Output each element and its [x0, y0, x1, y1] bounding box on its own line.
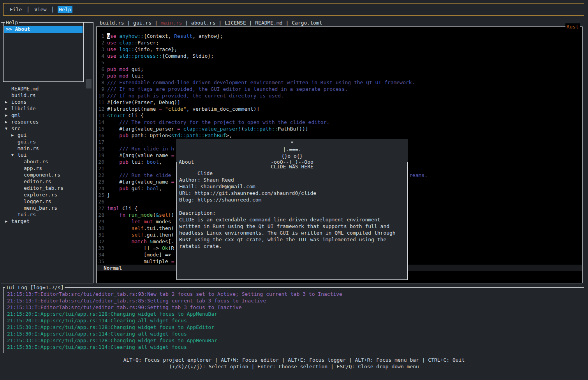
- log-entry: 21:15:13:T:EditorTab:src/tui/editor_tab.…: [7, 304, 584, 311]
- tree-indent: [18, 198, 24, 205]
- tab-separator: |: [215, 20, 224, 26]
- tree-item-label: main.rs: [18, 145, 39, 151]
- tree-item-label: logger.rs: [24, 198, 51, 204]
- tree-item-app-rs[interactable]: app.rs: [1, 165, 93, 171]
- line-number: 12: [98, 106, 104, 112]
- tree-item-editor-tab-rs[interactable]: editor_tab.rs: [1, 185, 93, 191]
- tree-indent: [11, 145, 18, 152]
- log-panel: Tui Log [log=1.7/s] 21:15:13:T:EditorTab…: [3, 287, 584, 353]
- about-body-line: [179, 170, 407, 177]
- log-entry: 21:15:30:I:App:src/tui/app.rs:128:Changi…: [7, 324, 584, 331]
- code-line-1: 1use anyhow::{Context, Result, anyhow};: [97, 33, 582, 39]
- code-line-3: 3use log::{info, trace};: [97, 46, 582, 53]
- about-header-row: Clide CLIDE WAS HERE: [177, 163, 407, 170]
- tree-item-readme-md[interactable]: README.md: [1, 85, 93, 92]
- tree-item-label: target: [11, 218, 30, 224]
- tab-separator: |: [283, 20, 292, 26]
- chevron-collapsed-icon[interactable]: ▶: [11, 132, 18, 138]
- line-number: 3: [98, 46, 104, 53]
- tree-item-about-rs[interactable]: about.rs: [1, 158, 93, 165]
- tab-build-rs[interactable]: build.rs: [100, 20, 124, 26]
- chevron-collapsed-icon[interactable]: ▶: [5, 118, 11, 125]
- tree-item-label: libclide: [11, 106, 36, 111]
- tree-item-libclide[interactable]: ▶libclide: [1, 105, 93, 112]
- about-body-line: CLIDE is an extendable command-line driv…: [179, 216, 407, 223]
- chevron-expanded-icon[interactable]: ▼: [11, 152, 18, 158]
- line-number: 10: [98, 92, 104, 99]
- tree-item-target[interactable]: ▶target: [1, 218, 93, 224]
- code-line-16: 16 pub path: Option<std::path::PathBuf>,: [97, 132, 582, 139]
- menu-separator: │: [51, 6, 54, 13]
- log-entry: 21:15:20:I:App:src/tui/app.rs:128:Changi…: [7, 311, 584, 317]
- tree-item-resources[interactable]: ▶resources: [1, 118, 93, 125]
- tree-item-build-rs[interactable]: build.rs: [1, 92, 93, 99]
- tree-item-logger-rs[interactable]: logger.rs: [1, 198, 93, 205]
- chevron-collapsed-icon[interactable]: ▶: [5, 218, 11, 224]
- code-line-5: 5: [97, 59, 582, 66]
- about-body-line: ratatui crate.: [179, 243, 407, 249]
- help-dropdown-menu: Help >> About: [3, 22, 84, 82]
- chevron-collapsed-icon[interactable]: ▶: [5, 112, 11, 118]
- about-body: Author: Shaun ReedEmail: shaunrd0@gmail.…: [177, 170, 407, 249]
- chevron-collapsed-icon[interactable]: ▶: [5, 99, 11, 105]
- tree-item-explorer-rs[interactable]: explorer.rs: [1, 191, 93, 198]
- tree-item-tui[interactable]: ▼tui: [1, 152, 93, 158]
- tree-item-label: component.rs: [24, 172, 60, 178]
- tab-main-rs[interactable]: main.rs: [161, 20, 182, 26]
- line-number: 35: [98, 258, 104, 265]
- clipped-comment-fragment: reams.: [409, 172, 428, 179]
- about-body-line: Rust using the cxx-qt crate, while the T…: [179, 236, 407, 243]
- line-number: 33: [98, 245, 104, 251]
- code-line-13: 13struct Cli {: [97, 112, 582, 119]
- tree-item-tui-rs[interactable]: tui.rs: [1, 211, 93, 218]
- code-line-6: 6pub mod gui;: [97, 66, 582, 72]
- editor-tab-bar: build.rs | gui.rs | main.rs | about.rs |…: [100, 19, 322, 26]
- menu-item-file[interactable]: File: [9, 6, 23, 13]
- tree-item-menu-bar-rs[interactable]: menu_bar.rs: [1, 205, 93, 211]
- tab-separator: |: [151, 20, 160, 26]
- line-number: 24: [98, 185, 104, 192]
- tree-item-icons[interactable]: ▶icons: [1, 99, 93, 105]
- tree-item-src[interactable]: ▼src: [1, 125, 93, 132]
- line-number: 20: [98, 159, 104, 165]
- tab-gui-rs[interactable]: gui.rs: [133, 20, 151, 26]
- tree-indent: [18, 178, 24, 185]
- tree-item-main-rs[interactable]: main.rs: [1, 145, 93, 152]
- tree-item-label: app.rs: [24, 165, 42, 171]
- tab-license[interactable]: LICENSE: [225, 20, 246, 26]
- tree-indent: [18, 158, 24, 165]
- code-line-14: 14 /// The root directory for the projec…: [97, 119, 582, 125]
- tree-item-gui-rs[interactable]: gui.rs: [1, 138, 93, 145]
- tab-cargo-toml[interactable]: Cargo.toml: [292, 20, 322, 26]
- menu-item-help[interactable]: Help: [58, 6, 72, 13]
- help-menu-item-about[interactable]: >> About: [4, 26, 83, 33]
- about-body-line: Email: shaunrd0@gmail.com: [179, 183, 407, 190]
- tree-indent: [18, 165, 24, 171]
- chevron-expanded-icon[interactable]: ▼: [5, 125, 11, 132]
- tab-about-rs[interactable]: about.rs: [191, 20, 216, 26]
- tree-item-label: menu_bar.rs: [24, 205, 57, 211]
- tree-item-qml[interactable]: ▶qml: [1, 112, 93, 118]
- line-number: 13: [98, 112, 104, 119]
- tree-indent: [5, 92, 11, 99]
- menu-item-view[interactable]: View: [33, 6, 48, 13]
- tree-item-label: gui: [18, 132, 26, 138]
- line-number: 29: [98, 218, 104, 225]
- language-badge: Rust: [565, 23, 580, 30]
- tree-item-gui[interactable]: ▶gui: [1, 132, 93, 138]
- about-dialog: * |.===. {}o o{} About -ooO--(_)--Ooo Cl…: [176, 139, 408, 280]
- tree-indent: [18, 185, 24, 191]
- explorer-scrollbar-thumb[interactable]: [86, 79, 92, 88]
- tree-item-label: editor_tab.rs: [24, 185, 63, 191]
- about-body-line: URL: https://git.shaunreed.com/shaunrd0/…: [179, 190, 407, 196]
- log-entry: 21:15:13:T:EditorTab:src/tui/editor_tab.…: [7, 297, 584, 304]
- tree-item-component-rs[interactable]: component.rs: [1, 171, 93, 178]
- code-line-8: 8/// Extendable command-line driven deve…: [97, 79, 582, 86]
- tab-readme-md[interactable]: README.md: [255, 20, 282, 26]
- chevron-collapsed-icon[interactable]: ▶: [5, 105, 11, 112]
- log-entry: 21:15:33:I:App:src/tui/app.rs:114:Cleari…: [7, 344, 584, 350]
- line-number: 22: [98, 172, 104, 179]
- tree-item-label: about.rs: [24, 159, 48, 164]
- line-number: 6: [98, 66, 104, 72]
- tree-item-editor-rs[interactable]: editor.rs: [1, 178, 93, 185]
